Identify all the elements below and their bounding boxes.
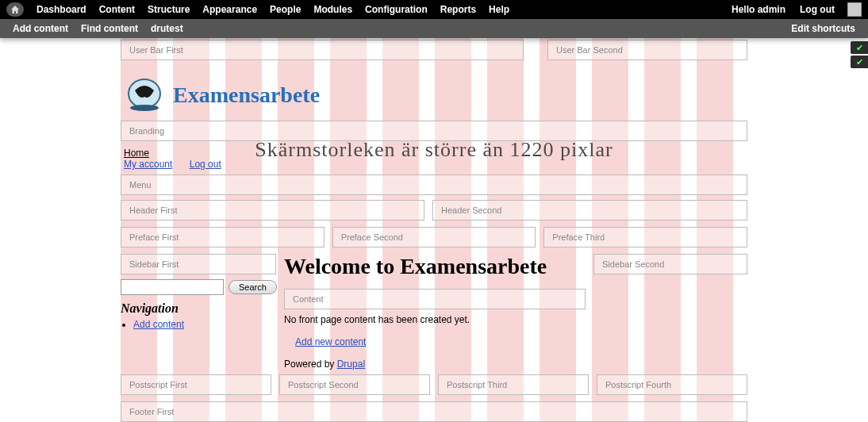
region-footer-first: Footer First <box>121 401 747 422</box>
navigation-heading: Navigation <box>121 301 276 316</box>
region-postscript-second: Postscript Second <box>279 374 430 395</box>
check-icon: ✔ <box>856 57 863 67</box>
check-icon: ✔ <box>856 43 863 53</box>
site-logo[interactable] <box>125 76 163 114</box>
region-menu: Menu <box>121 175 747 195</box>
region-header-first: Header First <box>121 200 424 221</box>
nav-logout[interactable]: Log out <box>190 159 221 170</box>
admin-menu-modules[interactable]: Modules <box>307 4 359 15</box>
debug-indicators: ✔ ✔ <box>851 41 868 70</box>
region-postscript-first: Postscript First <box>121 374 271 395</box>
shortcut-find-content[interactable]: Find content <box>75 23 144 34</box>
svg-point-1 <box>130 105 159 111</box>
powered-by: Powered by Drupal <box>284 359 586 370</box>
drupal-link[interactable]: Drupal <box>337 359 365 370</box>
page-title: Welcome to Examensarbete <box>284 254 586 279</box>
shortcut-drutest[interactable]: drutest <box>144 23 190 34</box>
nav-my-account[interactable]: My account <box>124 159 172 170</box>
admin-logout[interactable]: Log out <box>793 4 841 15</box>
home-icon[interactable] <box>6 2 24 17</box>
toolbar-toggle-icon[interactable] <box>847 2 862 17</box>
region-postscript-fourth: Postscript Fourth <box>597 374 747 395</box>
add-new-content-link[interactable]: Add new content <box>295 336 366 347</box>
region-header-second: Header Second <box>432 200 747 221</box>
nav-add-content[interactable]: Add content <box>133 319 184 330</box>
admin-menu-appearance[interactable]: Appearance <box>196 4 263 15</box>
user-nav: Home My account Log out <box>121 146 747 175</box>
search-form: Search <box>121 279 276 295</box>
region-sidebar-second: Sidebar Second <box>593 254 747 274</box>
shortcut-bar: Add content Find content drutest Edit sh… <box>0 19 868 38</box>
region-preface-third: Preface Third <box>543 227 747 247</box>
branding-area: Examensarbete <box>121 67 747 121</box>
region-sidebar-first: Sidebar First <box>121 254 276 274</box>
shortcut-add-content[interactable]: Add content <box>6 23 75 34</box>
indicator-1[interactable]: ✔ <box>851 41 868 54</box>
region-preface-second: Preface Second <box>332 227 536 247</box>
region-branding: Branding <box>121 121 747 141</box>
admin-menu-structure[interactable]: Structure <box>141 4 196 15</box>
admin-menu-configuration[interactable]: Configuration <box>359 4 434 15</box>
region-user-bar-second: User Bar Second <box>547 40 747 60</box>
navigation-list: Add content <box>121 319 276 330</box>
site-name[interactable]: Examensarbete <box>173 82 320 108</box>
region-user-bar-first: User Bar First <box>121 40 524 60</box>
hello-user[interactable]: Hello admin <box>732 4 793 15</box>
region-preface-first: Preface First <box>121 227 325 247</box>
nav-home[interactable]: Home <box>124 148 149 159</box>
region-content: Content <box>284 289 586 309</box>
search-button[interactable]: Search <box>229 280 277 294</box>
admin-menu-content[interactable]: Content <box>93 4 141 15</box>
admin-menu-people[interactable]: People <box>263 4 307 15</box>
region-postscript-third: Postscript Third <box>438 374 589 395</box>
admin-menu-help[interactable]: Help <box>482 4 516 15</box>
empty-front-message: No front page content has been created y… <box>284 314 586 325</box>
indicator-2[interactable]: ✔ <box>851 56 868 68</box>
admin-menu-bar: Dashboard Content Structure Appearance P… <box>0 0 868 19</box>
edit-shortcuts[interactable]: Edit shortcuts <box>785 23 862 34</box>
search-input[interactable] <box>121 279 224 295</box>
admin-menu-reports[interactable]: Reports <box>434 4 482 15</box>
admin-menu-dashboard[interactable]: Dashboard <box>30 4 93 15</box>
